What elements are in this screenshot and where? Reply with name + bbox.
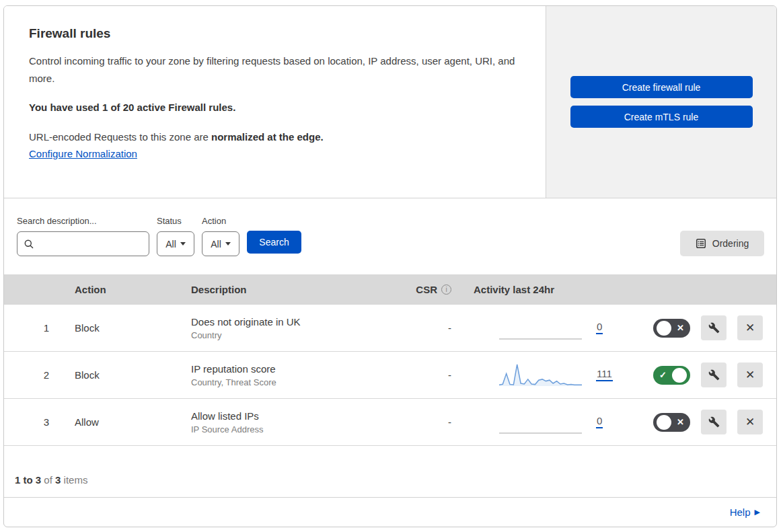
chevron-down-icon xyxy=(225,242,231,245)
pagination-range: 1 to 3 xyxy=(15,474,41,486)
status-filter-group: Status All xyxy=(157,216,194,256)
table-row: 2 Block IP reputation score Country, Thr… xyxy=(4,352,776,399)
normalization-note: URL-encoded Requests to this zone are no… xyxy=(29,131,519,143)
action-select-value: All xyxy=(211,239,221,250)
table-header: Action Description CSR i Activity last 2… xyxy=(4,274,776,305)
search-label: Search description... xyxy=(17,216,149,226)
toggle-state-icon: ✓ xyxy=(659,371,667,379)
rule-criteria: Country xyxy=(191,330,401,340)
edit-rule-button[interactable] xyxy=(701,315,727,340)
action-label: Action xyxy=(202,216,239,226)
rule-controls: ✓ ✕ xyxy=(630,363,776,387)
rule-csr: - xyxy=(401,322,455,334)
wrench-icon xyxy=(708,369,720,381)
status-select[interactable]: All xyxy=(157,231,194,256)
configure-normalization-link[interactable]: Configure Normalization xyxy=(29,148,137,159)
edit-rule-button[interactable] xyxy=(701,410,727,434)
edit-rule-button[interactable] xyxy=(701,363,727,387)
help-footer: Help ▶ xyxy=(4,497,776,527)
close-icon: ✕ xyxy=(745,321,755,335)
activity-sparkline xyxy=(498,314,583,342)
close-icon: ✕ xyxy=(745,415,755,429)
rule-enabled-toggle[interactable]: ✕ xyxy=(653,413,690,432)
header-activity: Activity last 24hr xyxy=(455,284,630,295)
rule-action: Allow xyxy=(49,416,188,428)
create-mtls-rule-button[interactable]: Create mTLS rule xyxy=(570,106,753,128)
list-icon xyxy=(696,238,706,249)
status-label: Status xyxy=(157,216,194,226)
ordering-button[interactable]: Ordering xyxy=(680,231,764,256)
rule-priority: 2 xyxy=(4,369,49,381)
search-button[interactable]: Search xyxy=(247,231,301,254)
search-input-wrapper xyxy=(17,231,149,256)
search-group: Search description... xyxy=(17,216,149,256)
toggle-state-icon: ✕ xyxy=(677,324,684,332)
search-icon xyxy=(24,239,34,250)
toggle-state-icon: ✕ xyxy=(677,418,684,426)
rule-description: Does not originate in UK xyxy=(191,316,401,328)
activity-sparkline xyxy=(498,408,583,436)
rule-controls: ✕ ✕ xyxy=(630,315,776,340)
status-select-value: All xyxy=(165,239,176,250)
rule-priority: 1 xyxy=(4,322,49,334)
rule-enabled-toggle[interactable]: ✓ xyxy=(653,366,690,385)
table-row: 3 Allow Allow listed IPs IP Source Addre… xyxy=(4,399,776,446)
page-description: Control incoming traffic to your zone by… xyxy=(29,52,519,87)
activity-count-link[interactable]: 0 xyxy=(596,416,603,428)
toggle-knob xyxy=(672,368,687,383)
rule-description-cell: Allow listed IPs IP Source Address xyxy=(188,410,401,434)
close-icon: ✕ xyxy=(745,368,755,382)
rule-enabled-toggle[interactable]: ✕ xyxy=(653,319,690,338)
wrench-icon xyxy=(708,322,720,334)
ordering-button-label: Ordering xyxy=(712,238,749,249)
rule-action: Block xyxy=(49,369,188,381)
delete-rule-button[interactable]: ✕ xyxy=(737,410,763,434)
rule-controls: ✕ ✕ xyxy=(630,410,776,434)
table-row: 1 Block Does not originate in UK Country… xyxy=(4,305,776,352)
header-section: Firewall rules Control incoming traffic … xyxy=(4,6,776,198)
pagination-total: 3 xyxy=(55,474,61,486)
rule-description-cell: IP reputation score Country, Threat Scor… xyxy=(188,363,401,387)
toggle-knob xyxy=(657,321,671,336)
header-description: Description xyxy=(188,284,401,295)
rule-description: Allow listed IPs xyxy=(191,410,401,422)
search-input[interactable] xyxy=(38,238,143,250)
filter-bar: Search description... Status All Action … xyxy=(4,198,776,274)
rule-criteria: Country, Threat Score xyxy=(191,377,401,387)
arrow-right-icon: ▶ xyxy=(755,508,760,517)
activity-count-link[interactable]: 0 xyxy=(596,321,603,334)
activity-count-link[interactable]: 111 xyxy=(596,369,613,381)
activity-sparkline xyxy=(498,361,583,389)
rule-activity-cell: 111 xyxy=(455,361,630,389)
chevron-down-icon xyxy=(180,242,186,245)
header-text-panel: Firewall rules Control incoming traffic … xyxy=(4,6,546,198)
pagination: 1 to 3 of 3 items xyxy=(4,446,776,497)
page-title: Firewall rules xyxy=(29,26,519,41)
rule-activity-cell: 0 xyxy=(455,314,630,342)
firewall-rules-card: Firewall rules Control incoming traffic … xyxy=(3,5,777,527)
delete-rule-button[interactable]: ✕ xyxy=(737,315,763,340)
rule-description: IP reputation score xyxy=(191,363,401,375)
rule-csr: - xyxy=(401,369,455,381)
normalization-bold: normalized at the edge. xyxy=(211,131,324,143)
rule-csr: - xyxy=(401,416,455,428)
pagination-of: of xyxy=(44,474,52,486)
rule-priority: 3 xyxy=(4,416,49,428)
header-csr: CSR i xyxy=(401,284,455,295)
rule-activity-cell: 0 xyxy=(455,408,630,436)
help-link-label: Help xyxy=(730,506,751,518)
action-filter-group: Action All xyxy=(202,216,239,256)
help-link[interactable]: Help ▶ xyxy=(730,506,760,518)
delete-rule-button[interactable]: ✕ xyxy=(737,363,763,387)
pagination-items: items xyxy=(64,474,88,486)
wrench-icon xyxy=(708,416,720,428)
create-firewall-rule-button[interactable]: Create firewall rule xyxy=(570,76,753,98)
header-action: Action xyxy=(49,284,188,295)
normalization-prefix: URL-encoded Requests to this zone are xyxy=(29,131,211,143)
action-select[interactable]: All xyxy=(202,231,239,256)
info-icon[interactable]: i xyxy=(441,284,451,295)
rule-description-cell: Does not originate in UK Country xyxy=(188,316,401,340)
rule-action: Block xyxy=(49,322,188,334)
usage-summary: You have used 1 of 20 active Firewall ru… xyxy=(29,102,519,113)
rule-criteria: IP Source Address xyxy=(191,424,401,434)
